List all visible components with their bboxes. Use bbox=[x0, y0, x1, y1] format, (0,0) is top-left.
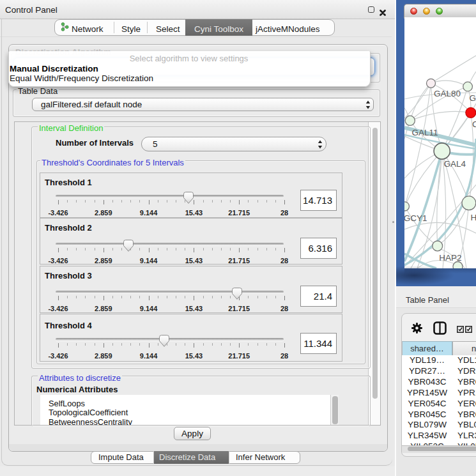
svg-text:GAL11: GAL11 bbox=[411, 128, 438, 137]
svg-text:HAP2: HAP2 bbox=[439, 253, 461, 263]
svg-text:GAL80: GAL80 bbox=[434, 89, 461, 98]
svg-text:CYC: CYC bbox=[472, 119, 476, 129]
svg-text:GAL4: GAL4 bbox=[443, 159, 466, 169]
svg-text:GCY1: GCY1 bbox=[404, 213, 427, 223]
svg-text:HIS: HIS bbox=[471, 213, 476, 222]
svg-text:GAL1: GAL1 bbox=[470, 93, 476, 103]
